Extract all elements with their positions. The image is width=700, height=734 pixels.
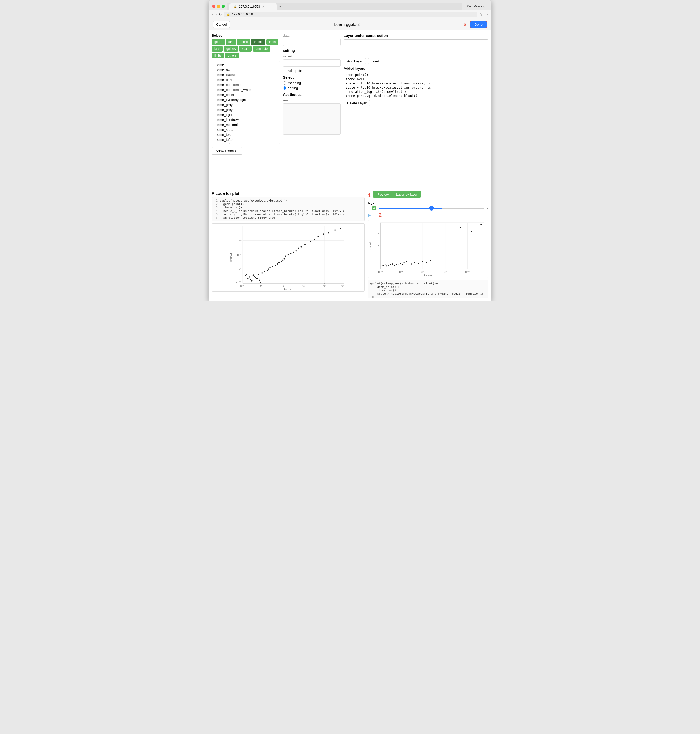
code-line-1: 1 ggplot(msleep,aes(x=bodywt,y=brainwt))… xyxy=(214,199,362,202)
data-label: data xyxy=(283,34,341,37)
svg-text:10⁰·¹: 10⁰·¹ xyxy=(260,285,264,287)
btn-limits[interactable]: limits xyxy=(212,53,224,59)
svg-point-26 xyxy=(251,280,253,282)
btn-stat[interactable]: stat xyxy=(226,39,236,45)
add-layer-button[interactable]: Add Layer xyxy=(344,58,366,65)
aesthetics-label: Aesthetics xyxy=(283,93,341,97)
radio-group: mapping setting xyxy=(283,81,341,90)
theme-item-stata[interactable]: theme_stata xyxy=(213,127,278,132)
svg-rect-66 xyxy=(380,223,484,269)
svg-text:bodywt: bodywt xyxy=(284,287,293,290)
svg-point-106 xyxy=(481,224,481,225)
theme-item-tufte[interactable]: theme_tufte xyxy=(213,137,278,142)
theme-item-grey[interactable]: theme_grey xyxy=(213,107,278,112)
close-button[interactable] xyxy=(212,5,215,8)
reset-button[interactable]: reset xyxy=(368,58,382,65)
step2-badge: 2 xyxy=(379,212,382,218)
radio-setting[interactable] xyxy=(283,86,286,90)
theme-item-light[interactable]: theme_light xyxy=(213,112,278,117)
radio-mapping[interactable] xyxy=(283,81,286,85)
bookmark-icon[interactable]: ☆ xyxy=(479,13,482,16)
preview-button[interactable]: Preview xyxy=(373,191,392,198)
theme-item-classic[interactable]: theme_classic xyxy=(213,72,278,77)
browser-window: 🔒 127.0.0.1:6558 ✕ + Keon-Woong ‹ › ↻ 🔒 … xyxy=(209,0,491,301)
theme-item-excel[interactable]: theme_excel xyxy=(213,92,278,97)
theme-item-fivethirtyeight[interactable]: theme_fivethirtyeight xyxy=(213,97,278,102)
svg-point-89 xyxy=(392,264,393,264)
tab-close-icon[interactable]: ✕ xyxy=(262,5,264,8)
layer-slider[interactable] xyxy=(379,208,485,209)
maximize-button[interactable] xyxy=(222,5,225,8)
code-line-3: 3 theme_bw()+ xyxy=(214,206,362,209)
delete-layer-button[interactable]: Delete Layer xyxy=(344,100,370,106)
svg-point-50 xyxy=(295,251,297,252)
theme-item-void[interactable]: theme_void xyxy=(213,142,278,144)
svg-point-35 xyxy=(264,271,265,273)
svg-point-47 xyxy=(288,254,289,256)
btn-others[interactable]: others xyxy=(225,53,239,59)
btn-geom[interactable]: geom xyxy=(212,39,225,45)
done-button[interactable]: Done xyxy=(470,21,487,28)
btn-labs[interactable]: labs xyxy=(212,46,223,52)
new-tab-button[interactable]: + xyxy=(276,3,284,10)
bottom-right: 1 Preview Layer by layer layer 1 4 7 ▶ ← xyxy=(368,191,488,298)
theme-item-economist[interactable]: theme_economist xyxy=(213,82,278,87)
theme-item-test[interactable]: theme_test xyxy=(213,132,278,137)
btn-scale[interactable]: scale xyxy=(239,46,252,52)
layer-by-layer-button[interactable]: Layer by layer xyxy=(392,191,421,198)
r-code-title: R code for plot xyxy=(212,191,365,196)
btn-guides[interactable]: guides xyxy=(224,46,238,52)
svg-point-30 xyxy=(256,278,257,279)
theme-item-linedraw[interactable]: theme_linedraw xyxy=(213,117,278,122)
button-grid: geom stat coord theme facet labs guides … xyxy=(212,39,280,59)
svg-point-85 xyxy=(385,264,385,265)
btn-annotate[interactable]: annotate xyxy=(253,46,271,52)
svg-point-101 xyxy=(422,261,423,262)
svg-point-29 xyxy=(255,277,256,279)
show-example-button[interactable]: Show Example xyxy=(212,147,242,155)
svg-text:0: 0 xyxy=(378,254,379,257)
preview-tabs: Preview Layer by layer xyxy=(373,191,421,198)
theme-item-gray[interactable]: theme_gray xyxy=(213,102,278,107)
forward-button[interactable]: › xyxy=(216,12,217,16)
svg-point-56 xyxy=(318,236,319,237)
layer-line-3: scale_x_log10(breaks=scales::trans_break… xyxy=(346,81,487,85)
addquote-checkbox[interactable] xyxy=(283,69,286,72)
svg-point-105 xyxy=(471,231,472,232)
code-line-2: 2 geom_point()+ xyxy=(214,202,362,206)
svg-point-96 xyxy=(406,261,407,262)
theme-item-economist-white[interactable]: theme_economist_white xyxy=(213,87,278,92)
cancel-button[interactable]: Cancel xyxy=(213,21,230,28)
theme-item-theme[interactable]: theme xyxy=(213,62,278,67)
data-input[interactable] xyxy=(283,38,341,46)
reload-button[interactable]: ↻ xyxy=(219,12,222,16)
select-label: Select xyxy=(212,34,280,37)
svg-point-88 xyxy=(390,264,391,265)
btn-facet[interactable]: facet xyxy=(266,39,278,45)
minimize-button[interactable] xyxy=(217,5,220,8)
theme-list[interactable]: theme theme_bw theme_classic theme_dark … xyxy=(212,60,280,144)
svg-point-99 xyxy=(414,262,415,263)
varset-input[interactable] xyxy=(283,59,341,66)
svg-point-100 xyxy=(418,263,419,264)
radio-setting-row: setting xyxy=(283,86,341,90)
tab-lock-icon: 🔒 xyxy=(234,5,237,8)
svg-text:10¹⁰⁰⁰: 10¹⁰⁰⁰ xyxy=(465,271,470,273)
theme-item-dark[interactable]: theme_dark xyxy=(213,77,278,82)
play-button[interactable]: ▶ xyxy=(368,212,371,218)
theme-item-minimal[interactable]: theme_minimal xyxy=(213,122,278,127)
address-input[interactable]: 🔒 127.0.0.1:6558 xyxy=(224,12,477,17)
menu-icon[interactable]: ⋯ xyxy=(484,13,488,16)
btn-coord[interactable]: coord xyxy=(237,39,250,45)
back-button[interactable]: ‹ xyxy=(212,12,213,16)
svg-point-57 xyxy=(322,233,324,234)
layer-construction-input[interactable] xyxy=(344,39,488,55)
svg-point-102 xyxy=(426,262,427,263)
svg-text:4: 4 xyxy=(378,233,379,235)
layer-buttons: Add Layer reset xyxy=(344,58,488,65)
svg-point-31 xyxy=(257,274,259,275)
theme-item-bw[interactable]: theme_bw xyxy=(213,67,278,72)
btn-theme[interactable]: theme xyxy=(251,39,265,45)
svg-text:brainwt: brainwt xyxy=(229,253,232,262)
browser-tab[interactable]: 🔒 127.0.0.1:6558 ✕ xyxy=(229,3,276,10)
